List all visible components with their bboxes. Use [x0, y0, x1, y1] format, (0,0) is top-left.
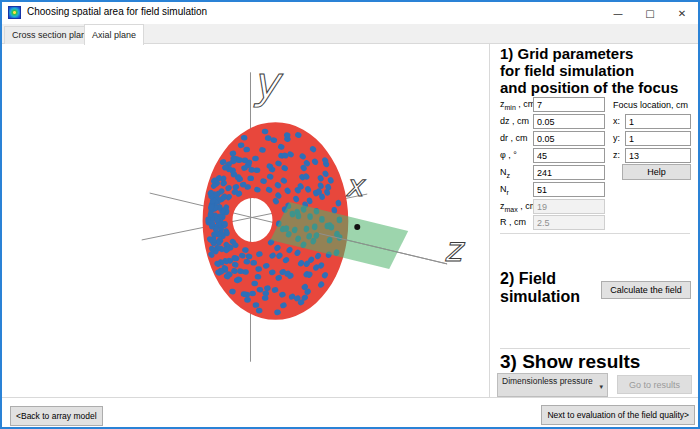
zmax-row: zmax , cm	[496, 199, 698, 215]
focus-location-heading: Focus location, cm	[613, 100, 688, 110]
tab-axial-plane[interactable]: Axial plane	[84, 24, 144, 45]
show-results-heading: 3) Show results	[500, 351, 640, 373]
tab-bar: Cross section plane Axial plane	[2, 24, 698, 44]
dr-input[interactable]	[533, 131, 605, 146]
app-window: Choosing spatial area for field simulati…	[0, 0, 700, 429]
zmax-input	[533, 199, 605, 214]
phi-label: φ , °	[500, 148, 517, 166]
phi-input[interactable]	[533, 148, 605, 163]
results-type-dropdown[interactable]: Dimensionless pressure ▾	[497, 373, 608, 397]
r-row: R , cm	[496, 215, 698, 231]
nr-row: Nr	[496, 182, 698, 198]
focus-y-input[interactable]	[625, 131, 691, 146]
nz-input[interactable]	[533, 165, 605, 180]
nr-label: Nr	[500, 182, 509, 200]
close-button[interactable]: ✕	[666, 2, 698, 24]
nz-label: Nz	[500, 165, 510, 183]
title-bar: Choosing spatial area for field simulati…	[2, 2, 698, 24]
r-input	[533, 215, 605, 230]
dz-label: dz , cm	[500, 114, 529, 132]
section-divider-2	[500, 348, 690, 349]
focus-y-label: y:	[613, 131, 620, 146]
go-to-results-button: Go to results	[617, 375, 692, 394]
next-to-evaluation-button[interactable]: Next to evaluation of the field quality>	[541, 405, 695, 425]
footer-bar: <Back to array model Next to evaluation …	[2, 397, 698, 427]
r-label: R , cm	[500, 215, 526, 233]
array-3d-view[interactable]: y x z	[2, 44, 490, 397]
maximize-button[interactable]: □	[634, 2, 666, 24]
axis-label-z: z	[444, 230, 465, 269]
minimize-button[interactable]: —	[602, 2, 634, 24]
dz-input[interactable]	[533, 114, 605, 129]
grid-parameters-heading: 1) Grid parameters for field simulation …	[500, 45, 678, 96]
window-title: Choosing spatial area for field simulati…	[27, 6, 207, 17]
axis-label-x: x	[345, 168, 366, 203]
calculate-field-button[interactable]: Calculate the field	[601, 281, 691, 299]
results-type-value: Dimensionless pressure	[502, 376, 593, 386]
focus-z-label: z:	[613, 148, 620, 163]
help-button[interactable]: Help	[622, 164, 691, 180]
focus-x-input[interactable]	[625, 114, 691, 129]
back-to-array-model-button[interactable]: <Back to array model	[10, 406, 103, 426]
nr-input[interactable]	[533, 182, 605, 197]
window-controls: — □ ✕	[602, 2, 698, 24]
zmin-input[interactable]	[533, 97, 605, 112]
control-panel: 1) Grid parameters for field simulation …	[496, 44, 698, 397]
field-simulation-heading: 2) Field simulation	[500, 270, 580, 305]
section-divider-1	[500, 233, 690, 234]
zmin-label: zmin , cm	[500, 97, 535, 115]
app-icon	[8, 6, 21, 19]
axis-label-y: y	[252, 57, 283, 108]
focus-point	[354, 224, 360, 230]
focus-z-input[interactable]	[625, 148, 691, 163]
chevron-down-icon: ▾	[599, 382, 603, 392]
array-element-dot	[249, 291, 256, 297]
focus-x-label: x:	[613, 114, 620, 129]
dr-label: dr , cm	[500, 131, 528, 149]
array-element-dot	[205, 216, 211, 223]
